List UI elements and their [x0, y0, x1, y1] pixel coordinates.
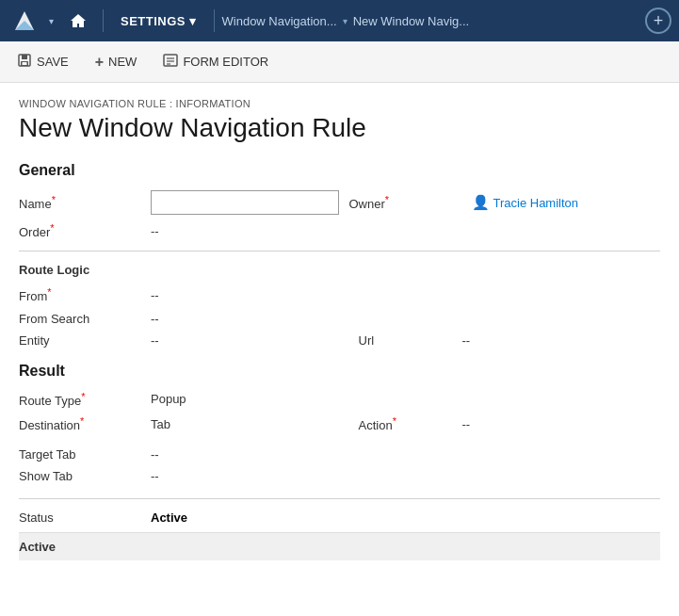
order-required-star: * [50, 222, 54, 234]
from-value: -- [151, 288, 349, 302]
page-content: WINDOW NAVIGATION RULE : INFORMATION New… [0, 83, 679, 616]
status-active-bar: Active [19, 532, 660, 560]
order-label: Order* [19, 222, 151, 239]
new-label: NEW [108, 55, 137, 69]
result-section-header: Result [19, 363, 660, 380]
url-label: Url [349, 333, 462, 348]
page-subtitle: WINDOW NAVIGATION RULE : INFORMATION [19, 98, 660, 109]
page-title: New Window Navigation Rule [19, 113, 660, 143]
from-required-star: * [47, 286, 51, 298]
nav-divider-2 [214, 9, 215, 32]
app-logo[interactable] [8, 4, 41, 38]
save-icon [17, 53, 32, 71]
status-row: Status Active [19, 511, 660, 525]
action-label: Action* [349, 415, 462, 432]
destination-value: Tab [151, 417, 349, 431]
destination-required-star: * [80, 415, 84, 427]
new-button[interactable]: + NEW [89, 51, 143, 73]
from-search-label: From Search [19, 312, 151, 326]
settings-chevron-icon: ▾ [189, 14, 197, 28]
settings-nav-button[interactable]: SETTINGS ▾ [111, 8, 206, 34]
from-label: From* [19, 286, 151, 303]
owner-required-star: * [385, 194, 389, 205]
result-form: Route Type* Popup Destination* Tab Actio… [19, 391, 660, 484]
general-form-grid: Name* Owner* 👤 Tracie Hamilton Order* -- [19, 190, 660, 239]
target-tab-label: Target Tab [19, 447, 151, 462]
new-tab-button[interactable]: + [645, 8, 671, 34]
settings-label: SETTINGS [121, 14, 186, 28]
url-value: -- [462, 333, 661, 348]
status-divider [19, 498, 660, 499]
form-editor-icon [163, 53, 178, 71]
breadcrumb-1[interactable]: Window Navigation... [222, 14, 337, 28]
home-button[interactable] [61, 4, 95, 38]
route-type-value: Popup [151, 392, 349, 406]
form-editor-button[interactable]: FORM EDITOR [157, 49, 274, 74]
name-field-container [151, 190, 349, 215]
route-logic-header: Route Logic [19, 263, 660, 277]
status-active-label: Active [19, 540, 151, 554]
new-icon: + [95, 55, 104, 70]
route-type-label: Route Type* [19, 391, 151, 408]
breadcrumb-2[interactable]: New Window Navig... [353, 14, 470, 28]
action-required-star: * [393, 415, 396, 427]
save-button[interactable]: SAVE [11, 49, 74, 74]
breadcrumb-chevron-icon[interactable]: ▾ [341, 16, 349, 26]
destination-label: Destination* [19, 415, 151, 432]
svg-rect-3 [22, 55, 27, 59]
status-label: Status [19, 511, 151, 525]
new-tab-icon: + [654, 11, 664, 31]
name-required-star: * [52, 194, 56, 205]
logo-chevron-icon[interactable]: ▾ [45, 16, 57, 26]
top-navigation: ▾ SETTINGS ▾ Window Navigation... ▾ New … [0, 0, 679, 41]
entity-value: -- [151, 333, 349, 348]
nav-divider-1 [103, 9, 104, 32]
form-editor-label: FORM EDITOR [183, 55, 268, 69]
owner-value-container: 👤 Tracie Hamilton [462, 194, 661, 211]
save-label: SAVE [37, 55, 69, 69]
owner-link[interactable]: Tracie Hamilton [493, 196, 579, 210]
owner-icon: 👤 [472, 194, 490, 211]
show-tab-value: -- [151, 469, 349, 483]
order-value: -- [151, 224, 349, 238]
target-tab-value: -- [151, 447, 349, 462]
show-tab-label: Show Tab [19, 469, 151, 483]
breadcrumb: Window Navigation... ▾ New Window Navig.… [222, 14, 470, 28]
route-type-required-star: * [81, 391, 85, 402]
name-input[interactable] [151, 190, 339, 215]
entity-label: Entity [19, 333, 151, 348]
svg-rect-5 [23, 62, 27, 65]
name-label: Name* [19, 194, 151, 211]
from-search-value: -- [151, 312, 349, 326]
toolbar: SAVE + NEW FORM EDITOR [0, 41, 679, 83]
owner-label: Owner* [349, 194, 462, 211]
status-value: Active [151, 511, 660, 525]
route-logic-form: From* -- From Search -- Entity -- Url -- [19, 286, 660, 347]
route-logic-divider [19, 251, 660, 251]
action-value: -- [462, 417, 661, 431]
general-section-header: General [19, 162, 660, 179]
